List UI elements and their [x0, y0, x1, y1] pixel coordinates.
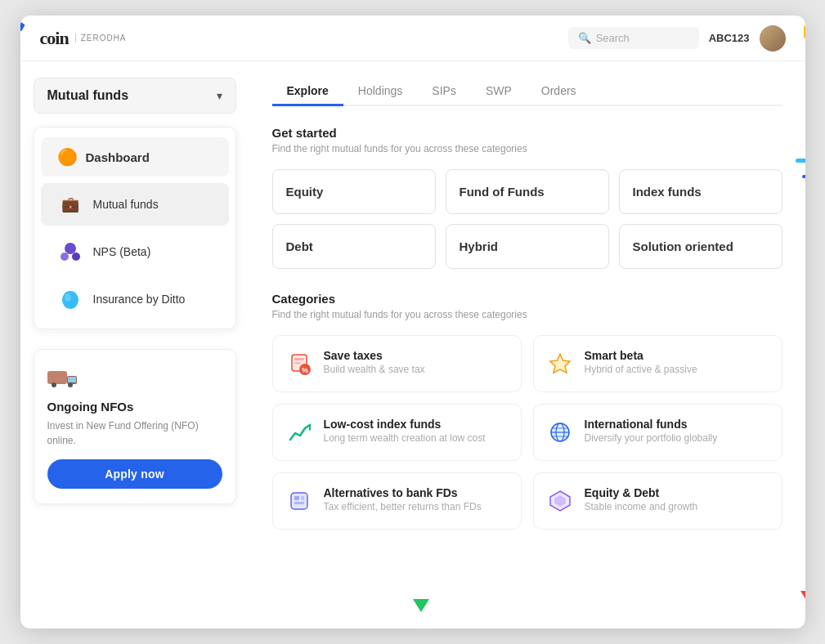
- avatar: [760, 25, 786, 51]
- smart-beta-info: Smart beta Hybrid of active & passive: [585, 349, 697, 375]
- get-started-title: Get started: [272, 126, 782, 140]
- fund-card-hybrid[interactable]: Hybrid: [446, 224, 609, 269]
- equity-debt-sub: Stable income and growth: [585, 501, 698, 512]
- svg-marker-15: [550, 354, 570, 373]
- sidebar-dashboard-label: Dashboard: [86, 150, 150, 164]
- low-cost-index-info: Low-cost index funds Long term wealth cr…: [324, 418, 486, 444]
- categories-grid: % Save taxes Build wealth & save tax Sma…: [272, 335, 782, 530]
- categories-title: Categories: [272, 292, 782, 306]
- insurance-label: Insurance by Ditto: [93, 293, 186, 306]
- save-taxes-info: Save taxes Build wealth & save tax: [324, 349, 425, 375]
- search-bar[interactable]: 🔍 Search: [568, 27, 699, 49]
- fund-card-solution-oriented[interactable]: Solution oriented: [619, 224, 782, 269]
- svg-rect-12: [294, 362, 301, 364]
- logo-area: coin zerodha: [40, 28, 127, 49]
- category-smart-beta[interactable]: Smart beta Hybrid of active & passive: [533, 335, 782, 392]
- dashboard-icon: 🟠: [57, 147, 78, 167]
- smart-beta-name: Smart beta: [585, 349, 697, 362]
- svg-point-4: [65, 293, 71, 302]
- search-icon: 🔍: [578, 32, 591, 44]
- tab-sips[interactable]: SIPs: [417, 78, 471, 106]
- sidebar-menu: 🟠 Dashboard 💼 Mutual funds NPS (Beta): [34, 127, 236, 329]
- header-right: 🔍 Search ABC123: [568, 25, 786, 51]
- search-placeholder: Search: [596, 32, 630, 44]
- fund-grid: Equity Fund of Funds Index funds Debt Hy…: [272, 169, 782, 269]
- deco-triangle-bottom-right: [800, 591, 805, 604]
- international-sub: Diversify your portfolio globally: [585, 432, 718, 444]
- fund-card-equity[interactable]: Equity: [272, 169, 436, 214]
- svg-rect-24: [294, 502, 304, 504]
- international-icon: [545, 418, 575, 447]
- save-taxes-sub: Build wealth & save tax: [324, 364, 425, 375]
- sidebar-dropdown-label: Mutual funds: [47, 88, 129, 103]
- smart-beta-icon: [545, 349, 575, 378]
- deco-bar-h2: [802, 175, 805, 178]
- alternatives-fd-name: Alternatives to bank FDs: [324, 486, 482, 499]
- fund-card-index-funds[interactable]: Index funds: [619, 169, 782, 214]
- tab-orders[interactable]: Orders: [527, 78, 591, 106]
- fund-card-debt[interactable]: Debt: [272, 224, 436, 269]
- svg-point-2: [72, 253, 80, 261]
- svg-rect-5: [47, 371, 67, 384]
- deco-bar-h: [796, 159, 805, 163]
- category-equity-debt[interactable]: Equity & Debt Stable income and growth: [533, 472, 782, 530]
- sidebar-item-insurance[interactable]: Insurance by Ditto: [41, 278, 229, 320]
- nps-icon: [57, 239, 83, 265]
- logo-coin: coin: [40, 28, 69, 49]
- sidebar: Mutual funds ▾ 🟠 Dashboard 💼 Mutual fund…: [20, 61, 249, 628]
- svg-point-7: [52, 382, 56, 387]
- tab-holdings[interactable]: Holdings: [343, 78, 417, 106]
- category-low-cost-index[interactable]: Low-cost index funds Long term wealth cr…: [272, 404, 522, 461]
- low-cost-index-sub: Long term wealth creation at low cost: [324, 432, 486, 444]
- international-info: International funds Diversify your portf…: [585, 418, 718, 444]
- save-taxes-icon: %: [285, 349, 314, 378]
- nfo-card: Ongoing NFOs Invest in New Fund Offering…: [34, 349, 236, 504]
- alternatives-fd-icon: [285, 486, 314, 516]
- header: coin zerodha 🔍 Search ABC123: [20, 16, 805, 61]
- equity-debt-info: Equity & Debt Stable income and growth: [585, 486, 698, 512]
- save-taxes-name: Save taxes: [324, 349, 425, 362]
- equity-debt-icon: [545, 486, 575, 516]
- mutual-funds-label: Mutual funds: [93, 198, 159, 211]
- fund-card-fund-of-funds[interactable]: Fund of Funds: [446, 169, 609, 214]
- mutual-funds-icon: 💼: [57, 191, 83, 217]
- sidebar-item-mutual-funds[interactable]: 💼 Mutual funds: [41, 183, 229, 226]
- insurance-icon: [57, 286, 83, 312]
- sidebar-item-nps[interactable]: NPS (Beta): [41, 230, 229, 273]
- category-save-taxes[interactable]: % Save taxes Build wealth & save tax: [272, 335, 522, 392]
- nps-label: NPS (Beta): [93, 245, 151, 258]
- app-window: coin zerodha 🔍 Search ABC123 Mutual fund…: [20, 16, 805, 628]
- svg-point-8: [68, 382, 73, 387]
- nfo-title: Ongoing NFOs: [47, 400, 222, 414]
- main-layout: Mutual funds ▾ 🟠 Dashboard 💼 Mutual fund…: [20, 61, 805, 628]
- tab-swp[interactable]: SWP: [471, 78, 527, 106]
- avatar-image: [760, 25, 786, 51]
- categories-desc: Find the right mutual funds for you acro…: [272, 309, 782, 320]
- tab-explore[interactable]: Explore: [272, 78, 343, 106]
- svg-text:%: %: [301, 366, 307, 374]
- tabs: Explore Holdings SIPs SWP Orders: [272, 78, 782, 106]
- equity-debt-name: Equity & Debt: [585, 486, 698, 499]
- svg-rect-11: [294, 358, 304, 360]
- deco-triangle-right: [804, 25, 805, 38]
- low-cost-index-icon: [285, 418, 314, 447]
- svg-point-0: [65, 243, 76, 254]
- user-id: ABC123: [709, 32, 750, 44]
- alternatives-fd-info: Alternatives to bank FDs Tax efficient, …: [324, 486, 482, 512]
- low-cost-index-name: Low-cost index funds: [324, 418, 486, 431]
- deco-triangle-bottom: [413, 599, 429, 612]
- svg-point-1: [61, 253, 69, 261]
- sidebar-dropdown[interactable]: Mutual funds ▾: [34, 78, 236, 114]
- category-international[interactable]: International funds Diversify your portf…: [533, 404, 782, 461]
- smart-beta-sub: Hybrid of active & passive: [585, 364, 697, 375]
- sidebar-item-dashboard[interactable]: 🟠 Dashboard: [41, 137, 229, 177]
- svg-rect-23: [301, 496, 304, 500]
- nfo-desc: Invest in New Fund Offering (NFO) online…: [47, 418, 222, 448]
- svg-rect-9: [68, 377, 76, 382]
- international-name: International funds: [585, 418, 718, 431]
- content-area: Explore Holdings SIPs SWP Orders Get sta…: [249, 61, 805, 628]
- svg-rect-21: [291, 493, 307, 509]
- svg-rect-22: [294, 496, 299, 500]
- apply-now-button[interactable]: Apply now: [47, 459, 222, 489]
- category-alternatives-fd[interactable]: Alternatives to bank FDs Tax efficient, …: [272, 472, 522, 530]
